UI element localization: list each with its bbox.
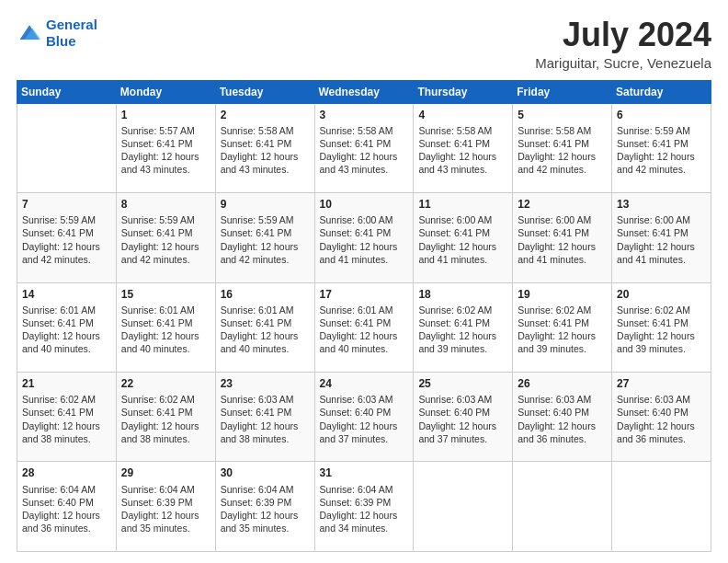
day-number: 1 xyxy=(121,108,210,122)
logo-line2: Blue xyxy=(46,33,76,49)
calendar-day-cell: 29Sunrise: 6:04 AM Sunset: 6:39 PM Dayli… xyxy=(116,462,215,552)
calendar-day-cell: 31Sunrise: 6:04 AM Sunset: 6:39 PM Dayli… xyxy=(314,462,414,552)
logo: General Blue xyxy=(17,17,97,50)
header: General Blue July 2024 Mariguitar, Sucre… xyxy=(17,17,711,71)
calendar-day-cell: 26Sunrise: 6:03 AM Sunset: 6:40 PM Dayli… xyxy=(513,373,612,462)
day-info: Sunrise: 6:01 AM Sunset: 6:41 PM Dayligh… xyxy=(22,304,111,356)
calendar-day-cell: 7Sunrise: 5:59 AM Sunset: 6:41 PM Daylig… xyxy=(17,193,117,282)
day-info: Sunrise: 6:02 AM Sunset: 6:41 PM Dayligh… xyxy=(617,304,706,356)
weekday-header: Sunday xyxy=(17,80,117,103)
day-number: 11 xyxy=(418,197,507,212)
calendar-week-row: 28Sunrise: 6:04 AM Sunset: 6:40 PM Dayli… xyxy=(17,462,711,552)
weekday-header: Friday xyxy=(513,80,612,103)
calendar-day-cell: 10Sunrise: 6:00 AM Sunset: 6:41 PM Dayli… xyxy=(314,193,414,282)
day-info: Sunrise: 5:57 AM Sunset: 6:41 PM Dayligh… xyxy=(121,124,210,177)
weekday-header: Wednesday xyxy=(314,80,414,103)
calendar-day-cell xyxy=(17,103,117,192)
calendar-day-cell: 15Sunrise: 6:01 AM Sunset: 6:41 PM Dayli… xyxy=(116,282,215,372)
day-number: 23 xyxy=(221,376,310,391)
day-number: 21 xyxy=(22,376,111,391)
calendar-day-cell: 9Sunrise: 5:59 AM Sunset: 6:41 PM Daylig… xyxy=(215,193,314,282)
logo-line1: General xyxy=(46,17,97,32)
day-info: Sunrise: 6:04 AM Sunset: 6:39 PM Dayligh… xyxy=(221,483,310,535)
main-title: July 2024 xyxy=(535,17,711,53)
day-info: Sunrise: 6:00 AM Sunset: 6:41 PM Dayligh… xyxy=(320,213,409,266)
day-info: Sunrise: 5:59 AM Sunset: 6:41 PM Dayligh… xyxy=(617,124,706,177)
day-number: 4 xyxy=(418,108,507,122)
day-info: Sunrise: 6:03 AM Sunset: 6:41 PM Dayligh… xyxy=(221,393,310,445)
day-info: Sunrise: 6:02 AM Sunset: 6:41 PM Dayligh… xyxy=(22,393,111,445)
day-info: Sunrise: 5:58 AM Sunset: 6:41 PM Dayligh… xyxy=(418,124,507,177)
day-number: 27 xyxy=(617,376,706,391)
day-info: Sunrise: 6:02 AM Sunset: 6:41 PM Dayligh… xyxy=(121,393,210,445)
day-number: 5 xyxy=(518,108,607,122)
day-number: 20 xyxy=(617,287,706,302)
calendar-day-cell: 4Sunrise: 5:58 AM Sunset: 6:41 PM Daylig… xyxy=(414,103,513,192)
calendar-day-cell: 28Sunrise: 6:04 AM Sunset: 6:40 PM Dayli… xyxy=(17,462,117,552)
day-info: Sunrise: 6:01 AM Sunset: 6:41 PM Dayligh… xyxy=(121,304,210,356)
weekday-header: Monday xyxy=(116,80,215,103)
day-number: 15 xyxy=(121,287,210,302)
title-block: July 2024 Mariguitar, Sucre, Venezuela xyxy=(535,17,711,71)
day-number: 2 xyxy=(221,108,310,122)
day-info: Sunrise: 6:03 AM Sunset: 6:40 PM Dayligh… xyxy=(320,393,409,445)
day-number: 17 xyxy=(320,287,409,302)
calendar-day-cell: 22Sunrise: 6:02 AM Sunset: 6:41 PM Dayli… xyxy=(116,373,215,462)
day-info: Sunrise: 6:02 AM Sunset: 6:41 PM Dayligh… xyxy=(418,304,507,356)
day-info: Sunrise: 6:03 AM Sunset: 6:40 PM Dayligh… xyxy=(617,393,706,445)
day-info: Sunrise: 5:59 AM Sunset: 6:41 PM Dayligh… xyxy=(121,213,210,266)
calendar-day-cell: 18Sunrise: 6:02 AM Sunset: 6:41 PM Dayli… xyxy=(414,282,513,372)
day-number: 6 xyxy=(617,108,706,122)
page: General Blue July 2024 Mariguitar, Sucre… xyxy=(0,0,728,563)
day-number: 7 xyxy=(22,197,111,212)
calendar-day-cell: 25Sunrise: 6:03 AM Sunset: 6:40 PM Dayli… xyxy=(414,373,513,462)
calendar-day-cell: 2Sunrise: 5:58 AM Sunset: 6:41 PM Daylig… xyxy=(215,103,314,192)
day-number: 18 xyxy=(418,287,507,302)
calendar-day-cell: 3Sunrise: 5:58 AM Sunset: 6:41 PM Daylig… xyxy=(314,103,414,192)
calendar-day-cell: 24Sunrise: 6:03 AM Sunset: 6:40 PM Dayli… xyxy=(314,373,414,462)
calendar-day-cell: 5Sunrise: 5:58 AM Sunset: 6:41 PM Daylig… xyxy=(513,103,612,192)
calendar-day-cell xyxy=(414,462,513,552)
day-number: 29 xyxy=(121,465,210,480)
day-number: 24 xyxy=(320,376,409,391)
day-number: 28 xyxy=(22,465,111,480)
day-number: 16 xyxy=(221,287,310,302)
calendar-week-row: 14Sunrise: 6:01 AM Sunset: 6:41 PM Dayli… xyxy=(17,282,711,372)
day-info: Sunrise: 5:58 AM Sunset: 6:41 PM Dayligh… xyxy=(320,124,409,177)
day-info: Sunrise: 6:01 AM Sunset: 6:41 PM Dayligh… xyxy=(221,304,310,356)
day-number: 26 xyxy=(518,376,607,391)
logo-icon xyxy=(17,20,42,46)
weekday-header: Tuesday xyxy=(215,80,314,103)
day-info: Sunrise: 5:59 AM Sunset: 6:41 PM Dayligh… xyxy=(221,213,310,266)
calendar-table: SundayMondayTuesdayWednesdayThursdayFrid… xyxy=(17,80,711,552)
day-info: Sunrise: 6:02 AM Sunset: 6:41 PM Dayligh… xyxy=(518,304,607,356)
day-info: Sunrise: 6:03 AM Sunset: 6:40 PM Dayligh… xyxy=(418,393,507,445)
day-number: 10 xyxy=(320,197,409,212)
calendar-day-cell: 13Sunrise: 6:00 AM Sunset: 6:41 PM Dayli… xyxy=(612,193,711,282)
day-number: 22 xyxy=(121,376,210,391)
day-info: Sunrise: 6:01 AM Sunset: 6:41 PM Dayligh… xyxy=(320,304,409,356)
logo-text: General Blue xyxy=(46,17,97,50)
calendar-day-cell: 21Sunrise: 6:02 AM Sunset: 6:41 PM Dayli… xyxy=(17,373,117,462)
calendar-day-cell: 16Sunrise: 6:01 AM Sunset: 6:41 PM Dayli… xyxy=(215,282,314,372)
calendar-day-cell: 27Sunrise: 6:03 AM Sunset: 6:40 PM Dayli… xyxy=(612,373,711,462)
calendar-day-cell: 14Sunrise: 6:01 AM Sunset: 6:41 PM Dayli… xyxy=(17,282,117,372)
day-info: Sunrise: 6:04 AM Sunset: 6:39 PM Dayligh… xyxy=(320,483,409,535)
day-number: 19 xyxy=(518,287,607,302)
weekday-header: Saturday xyxy=(612,80,711,103)
day-info: Sunrise: 5:59 AM Sunset: 6:41 PM Dayligh… xyxy=(22,213,111,266)
day-number: 13 xyxy=(617,197,706,212)
day-info: Sunrise: 5:58 AM Sunset: 6:41 PM Dayligh… xyxy=(518,124,607,177)
calendar-day-cell: 12Sunrise: 6:00 AM Sunset: 6:41 PM Dayli… xyxy=(513,193,612,282)
day-info: Sunrise: 6:03 AM Sunset: 6:40 PM Dayligh… xyxy=(518,393,607,445)
weekday-header: Thursday xyxy=(414,80,513,103)
calendar-day-cell: 17Sunrise: 6:01 AM Sunset: 6:41 PM Dayli… xyxy=(314,282,414,372)
day-number: 8 xyxy=(121,197,210,212)
day-info: Sunrise: 6:00 AM Sunset: 6:41 PM Dayligh… xyxy=(418,213,507,266)
calendar-day-cell: 20Sunrise: 6:02 AM Sunset: 6:41 PM Dayli… xyxy=(612,282,711,372)
day-number: 3 xyxy=(320,108,409,122)
calendar-day-cell xyxy=(612,462,711,552)
day-number: 25 xyxy=(418,376,507,391)
calendar-day-cell: 8Sunrise: 5:59 AM Sunset: 6:41 PM Daylig… xyxy=(116,193,215,282)
day-info: Sunrise: 6:04 AM Sunset: 6:39 PM Dayligh… xyxy=(121,483,210,535)
